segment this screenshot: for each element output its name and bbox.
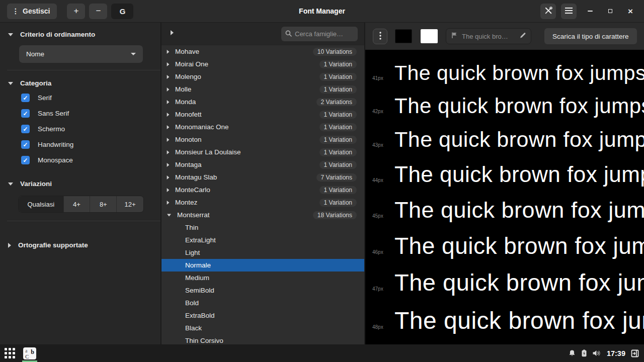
style-row-semibold[interactable]: SemiBold [162, 284, 364, 297]
size-label: 43px [372, 141, 394, 149]
separator [7, 70, 160, 70]
menu-button[interactable] [561, 4, 577, 19]
notifications-bell-icon[interactable] [568, 349, 576, 357]
category-checkbox-serif[interactable]: Serif [7, 90, 153, 106]
checkbox-checked-icon [21, 156, 30, 164]
variations-section-title: Variazioni [20, 180, 52, 188]
family-row-monda[interactable]: Monda 2 Variations [162, 96, 364, 108]
variations-option-any[interactable]: Qualsiasi [19, 196, 64, 212]
background-color-swatch[interactable] [421, 29, 438, 43]
category-checkbox-schermo[interactable]: Schermo [7, 121, 153, 137]
variation-count-badge: 1 Variation [319, 85, 357, 94]
expander-icon [167, 87, 170, 92]
size-label: 45px [372, 212, 394, 220]
add-fonts-button[interactable]: + [67, 4, 85, 19]
variation-count-badge: 1 Variation [319, 111, 357, 119]
taskbar: abC [0, 344, 644, 362]
separator [7, 221, 160, 221]
style-row-black[interactable]: Black [162, 322, 364, 334]
style-row-medium[interactable]: Medium [162, 272, 364, 284]
variation-count-badge: 2 Variations [316, 98, 357, 106]
expander-icon [167, 75, 170, 79]
preview-row: 42px The quick brown fox jumps [372, 89, 644, 123]
minimize-icon [588, 11, 593, 12]
sample-text: The quick brown fox jumps [394, 89, 644, 123]
search-icon [285, 30, 292, 39]
chevron-right-icon [8, 243, 11, 248]
size-label: 47px [372, 285, 394, 293]
style-row-extrabold[interactable]: ExtraBold [162, 309, 364, 322]
preview-text-entry[interactable]: The quick bro… [446, 28, 531, 44]
family-row-montaga[interactable]: Montaga 1 Variation [162, 158, 364, 171]
apps-menu-button[interactable] [0, 344, 19, 362]
preview-row: 44px The quick brown fox jumps [372, 157, 644, 192]
close-button[interactable]: × [624, 5, 637, 18]
category-checkbox-monospace[interactable]: Monospace [7, 152, 153, 168]
headerbar-right: × [540, 4, 644, 19]
family-row-molengo[interactable]: Molengo 1 Variation [162, 70, 364, 83]
family-row-monsieur-la-doulaise[interactable]: Monsieur La Doulaise 1 Variation [162, 146, 364, 158]
preferences-button[interactable] [540, 4, 556, 19]
family-row-montagu-slab[interactable]: Montagu Slab 7 Variations [162, 171, 364, 184]
search-input[interactable] [295, 30, 349, 38]
sample-text: The quick brown fox jumps [394, 157, 644, 192]
clock[interactable]: 17:39 [607, 349, 625, 357]
category-checkbox-sans-serif[interactable]: Sans Serif [7, 106, 153, 121]
orthographies-expander[interactable]: Ortografie supportate [7, 233, 153, 252]
sort-dropdown[interactable]: Nome [19, 45, 143, 63]
download-font-button[interactable]: Scarica il tipo di carattere [544, 28, 637, 44]
family-row-moirai-one[interactable]: Moirai One 1 Variation [162, 58, 364, 70]
variations-option-4plus[interactable]: 4+ [64, 196, 91, 212]
flag-icon [451, 32, 458, 41]
style-row-thin[interactable]: Thin [162, 221, 364, 234]
expander-icon [167, 125, 170, 129]
sort-section-title: Criterio di ordinamento [20, 31, 95, 38]
style-row-normale-selected[interactable]: Normale [162, 259, 364, 272]
family-row-monoton[interactable]: Monoton 1 Variation [162, 133, 364, 146]
preview-text-value: The quick bro… [462, 33, 515, 40]
sort-expander[interactable]: Criterio di ordinamento [7, 23, 153, 41]
category-checkbox-handwriting[interactable]: Handwriting [7, 137, 153, 152]
variation-count-badge: 1 Variation [319, 148, 357, 156]
family-row-montecarlo[interactable]: MonteCarlo 1 Variation [162, 184, 364, 196]
family-row-monofett[interactable]: Monofett 1 Variation [162, 108, 364, 121]
preview-row: 47px The quick brown fox jumps [372, 264, 644, 301]
system-tray: 17:39 [568, 349, 644, 357]
google-fonts-toggle[interactable]: G [111, 4, 133, 19]
font-manager-task-button[interactable]: abC [21, 344, 38, 362]
variations-option-12plus[interactable]: 12+ [117, 196, 143, 212]
style-row-light[interactable]: Light [162, 246, 364, 259]
expander-icon [167, 175, 170, 179]
tray-toggle-icon[interactable] [631, 349, 639, 357]
maximize-icon [608, 9, 612, 13]
foreground-color-swatch[interactable] [395, 29, 412, 43]
category-expander[interactable]: Categoria [7, 71, 153, 90]
variation-count-badge: 1 Variation [319, 161, 357, 169]
manage-button[interactable]: ⋮ Gestisci [7, 4, 57, 19]
remove-fonts-button[interactable]: − [89, 4, 107, 19]
preview-toolbar: The quick bro… Scarica il tipo di caratt… [365, 23, 644, 50]
family-row-mohave[interactable]: Mohave 10 Variations [162, 45, 364, 58]
minimize-button[interactable] [584, 5, 597, 18]
style-row-extralight[interactable]: ExtraLight [162, 234, 364, 246]
family-row-molle[interactable]: Molle 1 Variation [162, 83, 364, 96]
font-manager-app-icon: abC [23, 347, 36, 359]
expander-open-icon [167, 214, 171, 216]
battery-charging-icon[interactable] [581, 349, 588, 357]
expand-all-icon[interactable] [171, 30, 174, 35]
volume-icon[interactable] [592, 349, 601, 357]
maximize-button[interactable] [604, 5, 617, 18]
sample-text: The quick brown fox jumps [394, 264, 644, 301]
family-row-montez[interactable]: Montez 1 Variation [162, 196, 364, 209]
sort-dropdown-value: Nome [26, 50, 44, 58]
style-row-thin-corsivo[interactable]: Thin Corsivo [162, 334, 364, 344]
variation-count-badge: 1 Variation [319, 136, 357, 144]
preview-menu-button[interactable] [373, 29, 387, 44]
variations-option-8plus[interactable]: 8+ [90, 196, 117, 212]
preview-row: 48px The quick brown fox jumps [372, 302, 644, 340]
family-row-monomaniac-one[interactable]: Monomaniac One 1 Variation [162, 121, 364, 133]
variations-expander[interactable]: Variazioni [7, 168, 153, 191]
family-row-montserrat[interactable]: Montserrat 18 Variations [162, 209, 364, 221]
style-row-bold[interactable]: Bold [162, 297, 364, 309]
preview-row: 41px The quick brown fox jumps [372, 57, 644, 89]
